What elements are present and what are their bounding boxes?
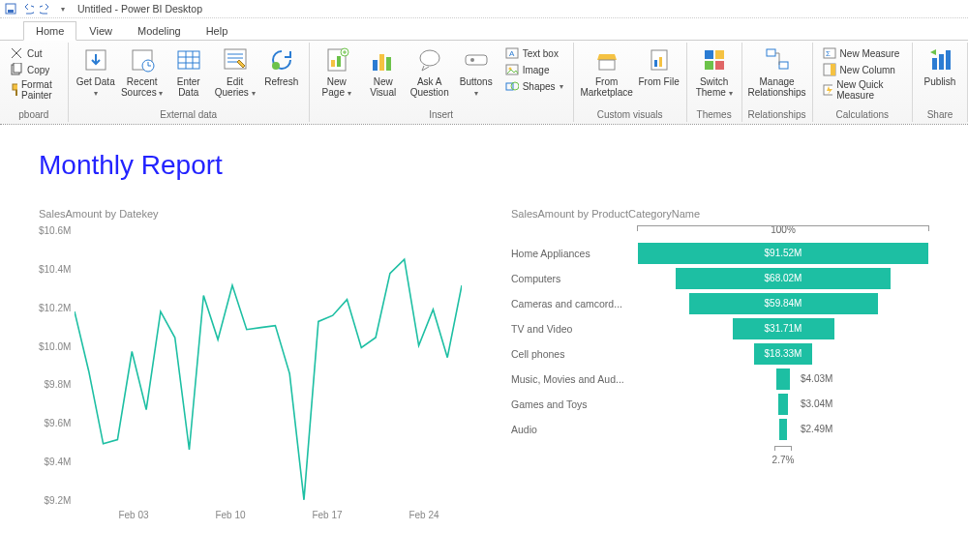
funnel-row: Computers$68.02M [511, 266, 929, 291]
svg-rect-30 [654, 60, 657, 67]
funnel-bar: $3.04M [638, 394, 928, 415]
svg-text:A: A [509, 49, 515, 58]
svg-rect-3 [14, 63, 21, 73]
funnel-row: Games and Toys$3.04M [511, 392, 929, 417]
svg-rect-32 [705, 50, 713, 59]
svg-rect-4 [13, 84, 17, 90]
svg-point-21 [470, 58, 474, 62]
cut-button[interactable]: Cut [8, 45, 60, 61]
svg-rect-33 [715, 50, 724, 59]
shapes-button[interactable]: Shapes ▾ [503, 78, 565, 94]
textbox-button[interactable]: AText box [503, 45, 565, 61]
svg-rect-34 [705, 61, 713, 70]
copy-button[interactable]: Copy [8, 62, 60, 77]
funnel-row: TV and Video$31.71M [511, 316, 929, 341]
plot-area [75, 225, 462, 506]
funnel-category: Home Appliances [511, 248, 637, 259]
redo-icon[interactable] [39, 2, 52, 15]
menu-bar: Home View Modeling Help [0, 18, 968, 41]
funnel-row: Music, Movies and Aud...$4.03M [511, 367, 929, 392]
refresh-button[interactable]: Refresh [258, 44, 305, 89]
svg-rect-44 [939, 54, 944, 70]
title-bar: ▾ Untitled - Power BI Desktop [0, 0, 968, 18]
image-button[interactable]: Image [503, 62, 565, 77]
group-label: Share [927, 109, 953, 120]
get-data-button[interactable]: Get Data ▾ [73, 44, 119, 101]
enter-data-button[interactable]: Enter Data [166, 44, 212, 100]
svg-rect-41 [831, 64, 835, 75]
svg-rect-18 [386, 57, 391, 71]
group-label: Themes [697, 109, 732, 120]
svg-rect-14 [337, 56, 341, 67]
funnel-bottom-pct: 2.7% [637, 446, 929, 465]
svg-rect-13 [331, 60, 335, 67]
tab-view[interactable]: View [76, 21, 125, 40]
funnel-bar: $4.03M [638, 368, 928, 390]
svg-rect-9 [178, 51, 199, 69]
new-quick-measure-button[interactable]: New Quick Measure [821, 78, 904, 102]
publish-button[interactable]: Publish [917, 44, 963, 89]
funnel-visual[interactable]: SalesAmount by ProductCategoryName 100% … [511, 208, 929, 520]
funnel-bar: $18.33M [754, 343, 812, 365]
format-painter-button[interactable]: Format Painter [8, 78, 60, 102]
undo-icon[interactable] [21, 2, 35, 15]
report-canvas[interactable]: Monthly Report SalesAmount by Datekey $1… [0, 125, 968, 520]
qat-dropdown-icon[interactable]: ▾ [56, 2, 70, 15]
group-label: Relationships [748, 109, 806, 120]
svg-rect-1 [8, 10, 14, 13]
svg-rect-20 [466, 55, 487, 65]
ribbon: Cut Copy Format Painter pboard Get Data … [0, 41, 968, 125]
new-column-button[interactable]: New Column [821, 62, 904, 77]
y-axis: $10.6M$10.4M$10.2M$10.0M$9.8M$9.6M$9.4M$… [39, 225, 75, 506]
svg-rect-5 [15, 90, 17, 96]
funnel-category: Music, Movies and Aud... [511, 373, 637, 385]
funnel-bar: $2.49M [638, 419, 928, 440]
funnel-row: Cameras and camcord...$59.84M [511, 291, 929, 316]
funnel-category: Cameras and camcord... [511, 298, 637, 309]
svg-rect-36 [767, 49, 775, 56]
group-label: Custom visuals [597, 109, 663, 120]
tab-help[interactable]: Help [194, 21, 241, 40]
svg-rect-37 [779, 62, 788, 69]
svg-point-11 [272, 62, 280, 70]
funnel-top-bracket [637, 225, 929, 238]
group-label: External data [160, 109, 217, 120]
funnel-row: Home Appliances$91.52M [511, 241, 929, 266]
funnel-row: Audio$2.49M [511, 417, 929, 442]
tab-home[interactable]: Home [23, 21, 76, 41]
ask-question-button[interactable]: Ask A Question [407, 44, 453, 100]
funnel-bar: $59.84M [689, 293, 878, 314]
funnel-bar: $68.02M [676, 268, 891, 289]
svg-point-19 [420, 50, 439, 66]
funnel-category: Cell phones [511, 348, 637, 360]
svg-rect-43 [932, 58, 937, 70]
funnel-category: Games and Toys [511, 398, 637, 410]
from-file-button[interactable]: From File [636, 44, 682, 89]
from-marketplace-button[interactable]: From Marketplace [578, 44, 636, 100]
x-axis: Feb 03Feb 10Feb 17Feb 24 [85, 506, 472, 520]
svg-rect-45 [946, 50, 951, 70]
new-visual-button[interactable]: New Visual [360, 44, 407, 100]
switch-theme-button[interactable]: Switch Theme ▾ [691, 44, 738, 101]
new-page-button[interactable]: New Page ▾ [314, 44, 360, 101]
svg-rect-16 [373, 60, 378, 71]
window-title: Untitled - Power BI Desktop [77, 3, 202, 15]
tab-modeling[interactable]: Modeling [125, 21, 194, 40]
svg-text:Σ: Σ [826, 49, 831, 58]
svg-rect-17 [379, 54, 384, 71]
new-measure-button[interactable]: ΣNew Measure [821, 45, 904, 61]
funnel-category: Audio [511, 424, 637, 435]
manage-relationships-button[interactable]: Manage Relationships [746, 44, 808, 100]
line-chart-visual[interactable]: SalesAmount by Datekey $10.6M$10.4M$10.2… [39, 208, 472, 520]
recent-sources-button[interactable]: Recent Sources ▾ [119, 44, 166, 101]
funnel-row: Cell phones$18.33M [511, 341, 929, 367]
svg-rect-35 [715, 61, 724, 70]
save-icon[interactable] [4, 2, 17, 15]
chart-title: SalesAmount by ProductCategoryName [511, 208, 929, 220]
group-label: Calculations [836, 109, 889, 120]
funnel-bar: $91.52M [638, 243, 928, 264]
report-title: Monthly Report [39, 150, 929, 181]
buttons-button[interactable]: Buttons▾ [453, 44, 499, 101]
svg-point-27 [511, 82, 519, 90]
edit-queries-button[interactable]: Edit Queries ▾ [212, 44, 258, 101]
